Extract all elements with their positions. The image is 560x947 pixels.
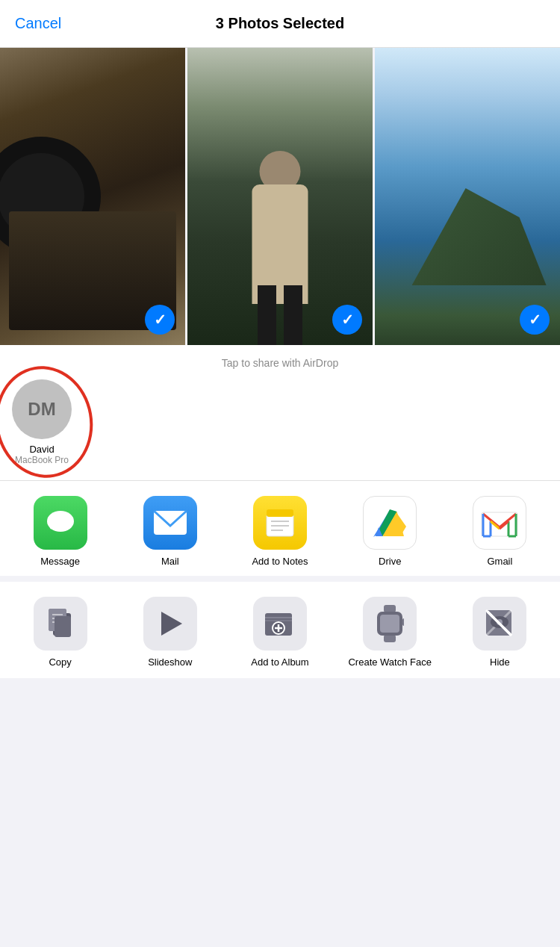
share-app-notes[interactable]: Add to Notes bbox=[228, 496, 331, 567]
mail-icon bbox=[143, 496, 197, 550]
contact-name: David bbox=[29, 444, 54, 455]
watch-icon bbox=[376, 605, 404, 642]
airdrop-contacts-row: DM David MacBook Pro bbox=[0, 379, 560, 465]
hide-icon-box bbox=[473, 597, 526, 651]
svg-rect-47 bbox=[402, 618, 404, 626]
share-app-drive[interactable]: Drive bbox=[339, 496, 441, 567]
drive-label: Drive bbox=[379, 556, 401, 567]
hide-label: Hide bbox=[490, 656, 510, 669]
action-row: Copy Slideshow bbox=[0, 597, 560, 669]
photo-1[interactable] bbox=[0, 48, 185, 345]
action-add-album[interactable]: Add to Album bbox=[228, 597, 331, 669]
svg-rect-35 bbox=[55, 616, 71, 637]
contact-avatar: DM bbox=[12, 379, 72, 439]
gmail-label: Gmail bbox=[487, 556, 512, 567]
photo-2[interactable] bbox=[185, 48, 373, 345]
svg-rect-4 bbox=[267, 509, 293, 517]
watch-face-label: Create Watch Face bbox=[348, 656, 432, 669]
svg-marker-36 bbox=[161, 612, 182, 636]
airdrop-section: Tap to share with AirDrop DM David MacBo… bbox=[0, 345, 560, 480]
action-hide[interactable]: Hide bbox=[449, 597, 551, 669]
notes-icon bbox=[253, 496, 307, 550]
contact-initials: DM bbox=[28, 399, 55, 420]
slideshow-icon-box bbox=[143, 597, 197, 651]
photo-2-checkmark bbox=[332, 305, 362, 335]
add-album-icon-box bbox=[253, 597, 307, 651]
drive-icon bbox=[363, 496, 417, 550]
action-row-section: Copy Slideshow bbox=[0, 582, 560, 678]
copy-icon bbox=[46, 607, 75, 640]
svg-rect-46 bbox=[380, 615, 399, 633]
action-copy[interactable]: Copy bbox=[9, 597, 111, 669]
action-slideshow[interactable]: Slideshow bbox=[119, 597, 221, 669]
message-label: Message bbox=[40, 556, 80, 567]
photos-grid bbox=[0, 48, 560, 345]
cancel-button[interactable]: Cancel bbox=[15, 15, 61, 32]
copy-icon-box bbox=[34, 597, 87, 651]
message-icon bbox=[34, 496, 87, 550]
hide-icon bbox=[483, 607, 516, 640]
page-title: 3 Photos Selected bbox=[216, 15, 344, 32]
slideshow-label: Slideshow bbox=[148, 656, 192, 669]
airdrop-label: Tap to share with AirDrop bbox=[0, 357, 560, 369]
add-album-label: Add to Album bbox=[251, 656, 308, 669]
gmail-icon bbox=[473, 496, 526, 550]
share-app-mail[interactable]: Mail bbox=[119, 496, 221, 567]
photo-3[interactable] bbox=[373, 48, 560, 345]
watch-icon-box bbox=[363, 597, 417, 651]
share-app-gmail[interactable]: Gmail bbox=[449, 496, 551, 567]
photo-3-checkmark bbox=[520, 305, 550, 335]
share-apps-section: Message Mail Ad bbox=[0, 481, 560, 582]
svg-rect-44 bbox=[384, 635, 396, 642]
share-apps-row: Message Mail Ad bbox=[0, 496, 560, 567]
airdrop-contact[interactable]: DM David MacBook Pro bbox=[12, 379, 72, 465]
play-icon bbox=[155, 607, 185, 640]
mail-label: Mail bbox=[161, 556, 179, 567]
photo-1-checkmark bbox=[145, 305, 175, 335]
add-album-icon bbox=[264, 607, 296, 640]
share-app-message[interactable]: Message bbox=[9, 496, 111, 567]
copy-label: Copy bbox=[49, 656, 71, 669]
svg-rect-43 bbox=[384, 605, 396, 612]
contact-device: MacBook Pro bbox=[15, 455, 69, 465]
notes-label: Add to Notes bbox=[252, 556, 308, 567]
action-watch-face[interactable]: Create Watch Face bbox=[339, 597, 441, 669]
header: Cancel 3 Photos Selected bbox=[0, 0, 560, 48]
